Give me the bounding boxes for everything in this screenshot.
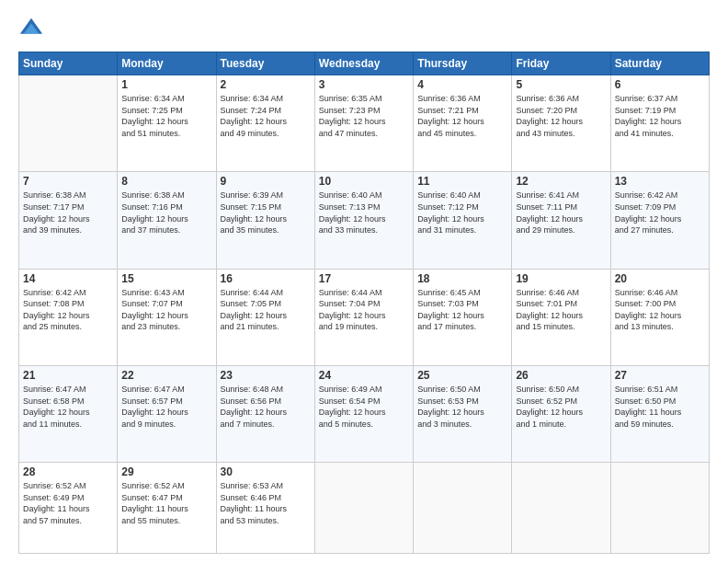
day-number: 16: [221, 272, 311, 285]
page: SundayMondayTuesdayWednesdayThursdayFrid…: [0, 0, 728, 563]
day-number: 7: [23, 175, 113, 188]
day-info: Sunrise: 6:41 AM Sunset: 7:11 PM Dayligh…: [516, 190, 606, 236]
day-number: 27: [615, 369, 705, 382]
day-cell: 25Sunrise: 6:50 AM Sunset: 6:53 PM Dayli…: [414, 365, 512, 462]
day-info: Sunrise: 6:38 AM Sunset: 7:17 PM Dayligh…: [23, 190, 113, 236]
day-cell: 5Sunrise: 6:36 AM Sunset: 7:20 PM Daylig…: [512, 75, 610, 172]
day-info: Sunrise: 6:50 AM Sunset: 6:52 PM Dayligh…: [516, 384, 606, 430]
week-row-3: 21Sunrise: 6:47 AM Sunset: 6:58 PM Dayli…: [19, 365, 710, 462]
day-cell: [314, 463, 413, 554]
day-number: 26: [516, 369, 606, 382]
header: [18, 17, 710, 42]
day-number: 13: [615, 175, 705, 188]
day-number: 18: [417, 272, 507, 285]
day-cell: 2Sunrise: 6:34 AM Sunset: 7:24 PM Daylig…: [216, 75, 314, 172]
day-cell: 21Sunrise: 6:47 AM Sunset: 6:58 PM Dayli…: [19, 365, 118, 462]
day-number: 20: [615, 272, 705, 285]
day-cell: 11Sunrise: 6:40 AM Sunset: 7:12 PM Dayli…: [414, 172, 512, 269]
day-cell: 9Sunrise: 6:39 AM Sunset: 7:15 PM Daylig…: [216, 172, 314, 269]
day-cell: 7Sunrise: 6:38 AM Sunset: 7:17 PM Daylig…: [19, 172, 118, 269]
day-info: Sunrise: 6:46 AM Sunset: 7:00 PM Dayligh…: [615, 287, 705, 333]
calendar-table: SundayMondayTuesdayWednesdayThursdayFrid…: [18, 52, 710, 554]
day-cell: 3Sunrise: 6:35 AM Sunset: 7:23 PM Daylig…: [314, 75, 413, 172]
weekday-header-saturday: Saturday: [610, 52, 709, 75]
weekday-header-wednesday: Wednesday: [314, 52, 413, 75]
day-cell: 15Sunrise: 6:43 AM Sunset: 7:07 PM Dayli…: [118, 269, 216, 365]
week-row-1: 7Sunrise: 6:38 AM Sunset: 7:17 PM Daylig…: [19, 172, 710, 269]
weekday-header-thursday: Thursday: [414, 52, 512, 75]
day-info: Sunrise: 6:37 AM Sunset: 7:19 PM Dayligh…: [615, 93, 705, 139]
day-number: 28: [23, 465, 113, 478]
day-cell: 12Sunrise: 6:41 AM Sunset: 7:11 PM Dayli…: [512, 172, 610, 269]
day-cell: 17Sunrise: 6:44 AM Sunset: 7:04 PM Dayli…: [314, 269, 413, 365]
day-number: 9: [221, 175, 311, 188]
day-cell: 29Sunrise: 6:52 AM Sunset: 6:47 PM Dayli…: [118, 463, 216, 554]
day-cell: 20Sunrise: 6:46 AM Sunset: 7:00 PM Dayli…: [610, 269, 709, 365]
day-info: Sunrise: 6:38 AM Sunset: 7:16 PM Dayligh…: [121, 190, 211, 236]
day-cell: 14Sunrise: 6:42 AM Sunset: 7:08 PM Dayli…: [19, 269, 118, 365]
week-row-4: 28Sunrise: 6:52 AM Sunset: 6:49 PM Dayli…: [19, 463, 710, 554]
day-info: Sunrise: 6:46 AM Sunset: 7:01 PM Dayligh…: [516, 287, 606, 333]
day-number: 22: [121, 369, 211, 382]
day-cell: 24Sunrise: 6:49 AM Sunset: 6:54 PM Dayli…: [314, 365, 413, 462]
day-cell: 8Sunrise: 6:38 AM Sunset: 7:16 PM Daylig…: [118, 172, 216, 269]
day-number: 1: [121, 78, 211, 91]
day-cell: 22Sunrise: 6:47 AM Sunset: 6:57 PM Dayli…: [118, 365, 216, 462]
day-info: Sunrise: 6:47 AM Sunset: 6:58 PM Dayligh…: [23, 384, 113, 430]
day-cell: 13Sunrise: 6:42 AM Sunset: 7:09 PM Dayli…: [610, 172, 709, 269]
day-info: Sunrise: 6:51 AM Sunset: 6:50 PM Dayligh…: [615, 384, 705, 430]
day-number: 25: [417, 369, 507, 382]
day-number: 24: [319, 369, 409, 382]
logo-icon: [18, 17, 44, 42]
day-info: Sunrise: 6:48 AM Sunset: 6:56 PM Dayligh…: [221, 384, 311, 430]
week-row-0: 1Sunrise: 6:34 AM Sunset: 7:25 PM Daylig…: [19, 75, 710, 172]
day-info: Sunrise: 6:40 AM Sunset: 7:12 PM Dayligh…: [417, 190, 507, 236]
day-info: Sunrise: 6:35 AM Sunset: 7:23 PM Dayligh…: [319, 93, 409, 139]
day-cell: 19Sunrise: 6:46 AM Sunset: 7:01 PM Dayli…: [512, 269, 610, 365]
day-cell: 1Sunrise: 6:34 AM Sunset: 7:25 PM Daylig…: [118, 75, 216, 172]
day-info: Sunrise: 6:53 AM Sunset: 6:46 PM Dayligh…: [221, 480, 311, 526]
weekday-header-friday: Friday: [512, 52, 610, 75]
day-number: 29: [121, 465, 211, 478]
day-number: 14: [23, 272, 113, 285]
day-number: 23: [221, 369, 311, 382]
day-number: 30: [221, 465, 311, 478]
day-info: Sunrise: 6:49 AM Sunset: 6:54 PM Dayligh…: [319, 384, 409, 430]
day-number: 10: [319, 175, 409, 188]
day-info: Sunrise: 6:52 AM Sunset: 6:47 PM Dayligh…: [121, 480, 211, 526]
day-cell: 18Sunrise: 6:45 AM Sunset: 7:03 PM Dayli…: [414, 269, 512, 365]
day-cell: [414, 463, 512, 554]
day-info: Sunrise: 6:34 AM Sunset: 7:24 PM Dayligh…: [221, 93, 311, 139]
day-cell: 6Sunrise: 6:37 AM Sunset: 7:19 PM Daylig…: [610, 75, 709, 172]
weekday-header-sunday: Sunday: [19, 52, 118, 75]
logo: [18, 17, 48, 42]
day-info: Sunrise: 6:39 AM Sunset: 7:15 PM Dayligh…: [221, 190, 311, 236]
day-number: 21: [23, 369, 113, 382]
day-info: Sunrise: 6:52 AM Sunset: 6:49 PM Dayligh…: [23, 480, 113, 526]
day-number: 17: [319, 272, 409, 285]
day-info: Sunrise: 6:50 AM Sunset: 6:53 PM Dayligh…: [417, 384, 507, 430]
day-info: Sunrise: 6:45 AM Sunset: 7:03 PM Dayligh…: [417, 287, 507, 333]
day-cell: 10Sunrise: 6:40 AM Sunset: 7:13 PM Dayli…: [314, 172, 413, 269]
day-cell: 30Sunrise: 6:53 AM Sunset: 6:46 PM Dayli…: [216, 463, 314, 554]
day-cell: [512, 463, 610, 554]
day-cell: 16Sunrise: 6:44 AM Sunset: 7:05 PM Dayli…: [216, 269, 314, 365]
day-cell: 28Sunrise: 6:52 AM Sunset: 6:49 PM Dayli…: [19, 463, 118, 554]
day-info: Sunrise: 6:44 AM Sunset: 7:05 PM Dayligh…: [221, 287, 311, 333]
day-number: 19: [516, 272, 606, 285]
day-cell: 27Sunrise: 6:51 AM Sunset: 6:50 PM Dayli…: [610, 365, 709, 462]
day-cell: 23Sunrise: 6:48 AM Sunset: 6:56 PM Dayli…: [216, 365, 314, 462]
weekday-row: SundayMondayTuesdayWednesdayThursdayFrid…: [19, 52, 710, 75]
weekday-header-monday: Monday: [118, 52, 216, 75]
day-info: Sunrise: 6:36 AM Sunset: 7:21 PM Dayligh…: [417, 93, 507, 139]
day-number: 2: [221, 78, 311, 91]
day-info: Sunrise: 6:42 AM Sunset: 7:08 PM Dayligh…: [23, 287, 113, 333]
day-info: Sunrise: 6:47 AM Sunset: 6:57 PM Dayligh…: [121, 384, 211, 430]
day-number: 11: [417, 175, 507, 188]
day-number: 12: [516, 175, 606, 188]
day-number: 3: [319, 78, 409, 91]
week-row-2: 14Sunrise: 6:42 AM Sunset: 7:08 PM Dayli…: [19, 269, 710, 365]
day-info: Sunrise: 6:44 AM Sunset: 7:04 PM Dayligh…: [319, 287, 409, 333]
day-number: 8: [121, 175, 211, 188]
day-number: 15: [121, 272, 211, 285]
